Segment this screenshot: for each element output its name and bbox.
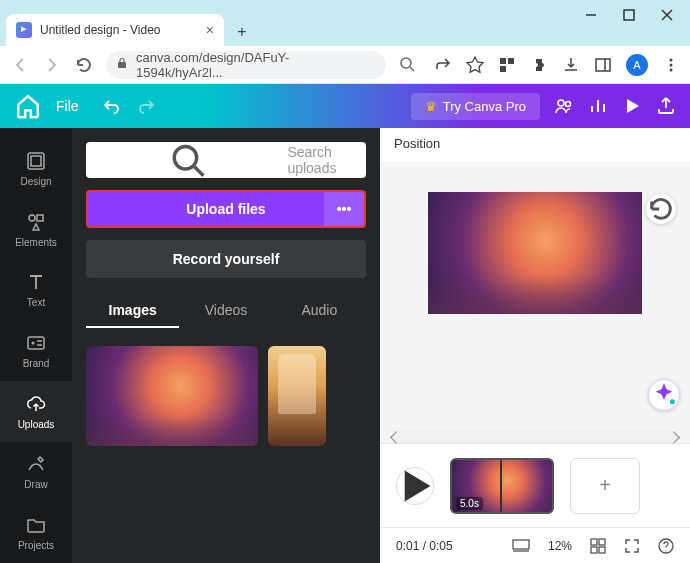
upload-thumbnail[interactable] bbox=[268, 346, 326, 446]
sidebar-label: Draw bbox=[24, 479, 47, 490]
svg-rect-23 bbox=[37, 215, 43, 221]
redo-button[interactable] bbox=[137, 95, 155, 117]
home-button[interactable] bbox=[14, 92, 42, 120]
menu-icon[interactable] bbox=[662, 56, 680, 74]
tab-videos[interactable]: Videos bbox=[179, 294, 272, 328]
analytics-icon[interactable] bbox=[588, 96, 608, 116]
url-field[interactable]: canva.com/design/DAFuY-1594k/hyAr2l... bbox=[106, 51, 386, 79]
url-text: canva.com/design/DAFuY-1594k/hyAr2l... bbox=[136, 50, 376, 80]
profile-avatar[interactable]: A bbox=[626, 54, 648, 76]
svg-line-6 bbox=[410, 67, 414, 71]
try-canva-pro-button[interactable]: ♛ Try Canva Pro bbox=[411, 93, 540, 120]
svg-point-5 bbox=[401, 58, 411, 68]
star-icon[interactable] bbox=[466, 56, 484, 74]
sidebar-item-uploads[interactable]: Uploads bbox=[0, 381, 72, 442]
window-minimize-icon[interactable] bbox=[584, 8, 598, 22]
sidebar-label: Uploads bbox=[18, 419, 55, 430]
svg-rect-9 bbox=[500, 66, 506, 72]
grid-view-icon[interactable] bbox=[590, 538, 606, 554]
svg-point-16 bbox=[566, 102, 571, 107]
magic-button[interactable] bbox=[648, 379, 680, 411]
svg-point-25 bbox=[32, 342, 35, 345]
add-clip-button[interactable]: + bbox=[570, 458, 640, 514]
try-pro-label: Try Canva Pro bbox=[443, 99, 526, 114]
position-toolbar[interactable]: Position bbox=[380, 128, 690, 162]
reload-button[interactable] bbox=[74, 55, 94, 75]
forward-button[interactable] bbox=[42, 55, 62, 75]
app-toolbar: File ♛ Try Canva Pro bbox=[0, 84, 690, 128]
sidebar-item-projects[interactable]: Projects bbox=[0, 502, 72, 563]
share-button[interactable] bbox=[656, 96, 676, 116]
search-icon bbox=[96, 142, 279, 178]
timecode: 0:01 / 0:05 bbox=[396, 539, 453, 553]
sidebar-item-text[interactable]: Text bbox=[0, 259, 72, 320]
zoom-icon[interactable] bbox=[398, 55, 418, 75]
tab-images[interactable]: Images bbox=[86, 294, 179, 328]
zoom-level[interactable]: 12% bbox=[548, 539, 572, 553]
playhead[interactable] bbox=[500, 458, 502, 514]
uploads-icon bbox=[25, 393, 47, 415]
sidebar-item-design[interactable]: Design bbox=[0, 138, 72, 199]
svg-rect-1 bbox=[624, 10, 634, 20]
window-close-icon[interactable] bbox=[660, 8, 674, 22]
svg-point-12 bbox=[670, 58, 673, 61]
view-mode-icon[interactable] bbox=[512, 539, 530, 553]
sidebar-label: Brand bbox=[23, 358, 50, 369]
help-icon[interactable] bbox=[658, 538, 674, 554]
browser-tab[interactable]: Untitled design - Video × bbox=[6, 14, 224, 46]
svg-point-28 bbox=[670, 399, 675, 404]
search-placeholder: Search uploads bbox=[287, 144, 356, 176]
elements-icon bbox=[25, 211, 47, 233]
sidebar-item-draw[interactable]: Draw bbox=[0, 442, 72, 503]
svg-point-13 bbox=[670, 63, 673, 66]
rotate-handle-icon[interactable] bbox=[646, 194, 676, 224]
lock-icon bbox=[116, 57, 128, 72]
svg-rect-32 bbox=[599, 539, 605, 545]
sidebar-label: Design bbox=[20, 176, 51, 187]
timeline-play-button[interactable] bbox=[396, 467, 434, 505]
sidebar-item-elements[interactable]: Elements bbox=[0, 199, 72, 260]
puzzle-icon[interactable] bbox=[530, 56, 548, 74]
search-uploads-input[interactable]: Search uploads bbox=[86, 142, 366, 178]
play-button[interactable] bbox=[622, 96, 642, 116]
back-button[interactable] bbox=[10, 55, 30, 75]
sidebar-item-brand[interactable]: Brand bbox=[0, 320, 72, 381]
svg-point-15 bbox=[558, 100, 564, 106]
tab-close-icon[interactable]: × bbox=[206, 22, 214, 38]
collaborators-icon[interactable] bbox=[554, 96, 574, 116]
svg-rect-10 bbox=[596, 59, 610, 71]
undo-button[interactable] bbox=[103, 95, 121, 117]
timeline-clip[interactable]: 5.0s bbox=[450, 458, 554, 514]
svg-rect-34 bbox=[599, 547, 605, 553]
draw-icon bbox=[25, 453, 47, 475]
sidepanel-icon[interactable] bbox=[594, 56, 612, 74]
share-icon[interactable] bbox=[434, 56, 452, 74]
download-icon[interactable] bbox=[562, 56, 580, 74]
canvas-image[interactable] bbox=[428, 192, 642, 314]
new-tab-button[interactable]: + bbox=[228, 18, 256, 46]
extension-icon[interactable] bbox=[498, 56, 516, 74]
upload-more-button[interactable]: ••• bbox=[324, 192, 364, 226]
clip-duration-label: 5.0s bbox=[456, 497, 483, 510]
text-icon bbox=[25, 271, 47, 293]
upload-thumbnail[interactable] bbox=[86, 346, 258, 446]
sidebar-label: Projects bbox=[18, 540, 54, 551]
record-yourself-button[interactable]: Record yourself bbox=[86, 240, 366, 278]
left-sidebar: Design Elements Text Brand Uploads Draw … bbox=[0, 128, 72, 563]
canvas[interactable] bbox=[380, 162, 690, 431]
tab-title: Untitled design - Video bbox=[40, 23, 161, 37]
address-bar: canva.com/design/DAFuY-1594k/hyAr2l... A bbox=[0, 46, 690, 84]
svg-rect-21 bbox=[31, 156, 41, 166]
upload-files-button[interactable]: Upload files ••• bbox=[86, 190, 366, 228]
horizontal-scrollbar[interactable] bbox=[392, 431, 678, 443]
fullscreen-icon[interactable] bbox=[624, 538, 640, 554]
brand-icon bbox=[25, 332, 47, 354]
svg-point-22 bbox=[29, 215, 35, 221]
svg-rect-4 bbox=[118, 62, 126, 68]
upload-label: Upload files bbox=[186, 201, 265, 217]
file-menu[interactable]: File bbox=[56, 98, 79, 114]
window-maximize-icon[interactable] bbox=[622, 8, 636, 22]
svg-rect-8 bbox=[508, 58, 514, 64]
svg-point-26 bbox=[174, 147, 197, 170]
tab-audio[interactable]: Audio bbox=[273, 294, 366, 328]
